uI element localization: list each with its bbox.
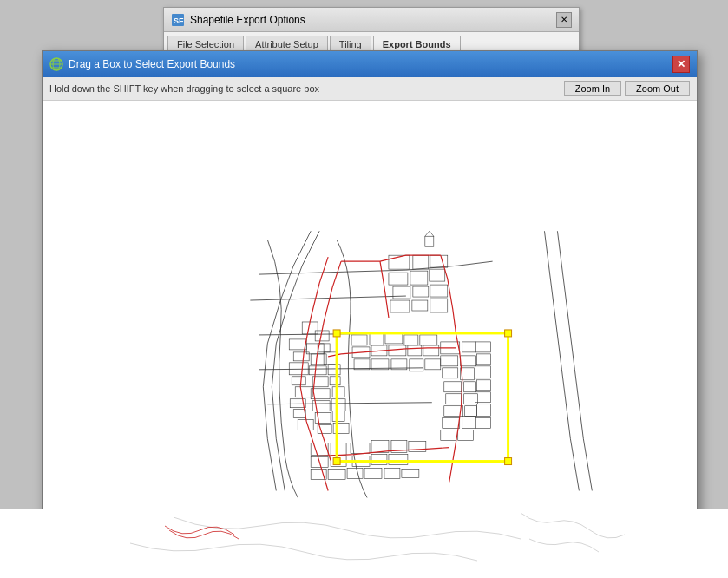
main-dialog: Drag a Box to Select Export Bounds ✕ Hol… <box>42 50 698 554</box>
bg-map-bottom-svg <box>0 509 728 578</box>
bg-window-titlebar: SF Shapefile Export Options ✕ <box>164 8 579 32</box>
globe-icon <box>49 57 63 71</box>
svg-rect-102 <box>333 330 340 337</box>
dialog-title-text: Drag a Box to Select Export Bounds <box>69 58 235 70</box>
toolbar-buttons: Zoom In Zoom Out <box>564 81 690 96</box>
svg-text:SF: SF <box>174 16 184 25</box>
map-area[interactable] <box>43 101 697 524</box>
shapefile-icon: SF <box>171 13 185 27</box>
svg-rect-103 <box>505 330 512 337</box>
bg-window-close-button[interactable]: ✕ <box>556 12 572 28</box>
svg-rect-7 <box>43 128 697 498</box>
bg-window-title-text: Shapefile Export Options <box>190 14 305 26</box>
svg-rect-106 <box>0 509 728 578</box>
bg-map-bottom <box>0 509 728 578</box>
svg-rect-105 <box>505 458 512 465</box>
zoom-out-button[interactable]: Zoom Out <box>625 81 690 96</box>
svg-rect-104 <box>333 458 340 465</box>
dialog-titlebar: Drag a Box to Select Export Bounds ✕ <box>43 51 697 77</box>
shapefile-export-window: SF Shapefile Export Options ✕ File Selec… <box>163 7 580 54</box>
map-svg <box>43 101 697 524</box>
dialog-close-button[interactable]: ✕ <box>672 56 690 73</box>
zoom-in-button[interactable]: Zoom In <box>564 81 621 96</box>
dialog-title-left: Drag a Box to Select Export Bounds <box>49 57 235 71</box>
bg-window-title: SF Shapefile Export Options <box>171 13 305 27</box>
dialog-toolbar: Hold down the SHIFT key when dragging to… <box>43 77 697 101</box>
dialog-hint-text: Hold down the SHIFT key when dragging to… <box>49 83 319 94</box>
